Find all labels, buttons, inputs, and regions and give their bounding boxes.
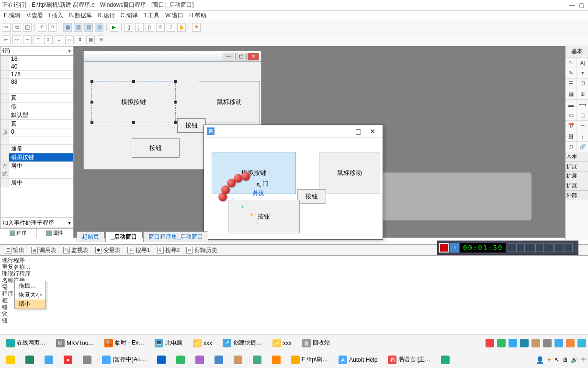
tool-edit-icon[interactable]: ✎	[565, 68, 577, 78]
left-tab-properties[interactable]: 属性	[37, 229, 74, 238]
property-row[interactable]: 假	[0, 103, 73, 111]
menu-compile[interactable]: C.编译	[118, 11, 141, 21]
tool-list-icon[interactable]: ☰	[565, 79, 577, 89]
menu-run[interactable]: R.运行	[95, 11, 118, 21]
snap-icon[interactable]: ⊞	[97, 35, 105, 44]
otab-calltable[interactable]: ⊞调用表	[28, 245, 59, 255]
tray-icon[interactable]	[520, 339, 529, 347]
rec-settings-icon[interactable]	[545, 243, 554, 252]
property-row[interactable]: 默认型	[0, 111, 73, 120]
step2-icon[interactable]: {↓	[135, 23, 144, 32]
rec-fullscreen-icon[interactable]	[554, 243, 563, 252]
output-area[interactable]: 现行程序重复名称…理现行程序名称连接…需程序柜错锁钮	[0, 256, 588, 314]
redo-icon[interactable]: ↷	[48, 23, 57, 32]
button-1[interactable]: 按钮	[177, 118, 206, 133]
taskbar-item[interactable]: 📁xxx	[189, 337, 216, 349]
step1-icon[interactable]: {}	[124, 23, 133, 32]
step4-icon[interactable]: ⟳	[156, 23, 165, 32]
grid-icon[interactable]: ▦	[86, 35, 95, 44]
taskbar-item[interactable]: MMKVToo…	[52, 337, 98, 349]
tray-icon[interactable]	[497, 339, 506, 347]
taskbar-item[interactable]	[191, 354, 208, 366]
same-width-icon[interactable]: ⬄	[65, 35, 74, 44]
menu-view[interactable]: V.查看	[23, 11, 45, 21]
taskbar-item[interactable]: 💻此电脑	[150, 337, 187, 349]
run-button-mousemove[interactable]: 鼠标移动	[319, 152, 380, 194]
button-simkey[interactable]: 模拟按键	[91, 81, 176, 123]
taskbar-item[interactable]: (暂停中)Au…	[98, 354, 151, 366]
property-row[interactable]: 方式居中	[0, 162, 73, 179]
tray-sound-icon[interactable]: 🔊	[571, 356, 578, 363]
property-row[interactable]: 88	[0, 79, 73, 86]
taskbar-item[interactable]: 🗑回收站	[298, 337, 334, 349]
tool-slider-icon[interactable]: ⟷	[577, 100, 588, 110]
align-right-icon[interactable]: ⇥	[23, 35, 32, 44]
button-2[interactable]: 按钮	[132, 138, 180, 158]
align-bottom-icon[interactable]: ⇣	[55, 35, 63, 44]
tray-monitor-icon[interactable]: 🖥	[562, 356, 568, 363]
left-tab-program[interactable]: 程序	[0, 229, 37, 238]
copy-icon[interactable]: ⧉	[12, 23, 21, 32]
tool-label-icon[interactable]: A|	[577, 58, 588, 68]
otab-output[interactable]: ☰输出	[2, 245, 27, 255]
tray-person-icon[interactable]: 👤	[536, 356, 544, 364]
undo-icon[interactable]: ↶	[38, 23, 46, 32]
property-row[interactable]: 通常	[0, 145, 73, 153]
property-row[interactable]: 16	[0, 56, 73, 63]
layout1-icon[interactable]: ▦	[63, 23, 72, 32]
otab-search2[interactable]: ⚲搜寻2	[154, 245, 183, 255]
taskbar-item[interactable]	[210, 354, 227, 366]
layout4-icon[interactable]: ▧	[95, 23, 103, 32]
taskbar-item[interactable]	[21, 354, 38, 366]
tool-progress-icon[interactable]: ▬	[565, 100, 577, 110]
taskbar-item[interactable]: 易易语言 [正…	[384, 354, 435, 366]
tool-link-icon[interactable]: 🔗	[577, 142, 588, 152]
property-row[interactable]: 真	[0, 94, 73, 103]
run-min-button[interactable]: —	[337, 127, 351, 135]
tab-start[interactable]: 起始页	[77, 231, 104, 242]
tab-startwindow[interactable]: _启动窗口	[105, 231, 142, 242]
run-max-button[interactable]: ▢	[351, 127, 365, 135]
taskbar-item[interactable]	[2, 354, 19, 366]
tray-icon[interactable]	[577, 339, 586, 347]
run-close-button[interactable]: ✕	[365, 127, 380, 135]
tool-tab-icon[interactable]: ▭	[565, 110, 577, 120]
property-row[interactable]: 真	[0, 120, 73, 128]
taskbar-item[interactable]	[229, 354, 247, 366]
tool-timer-icon[interactable]: ⏱	[565, 142, 577, 152]
paste-icon[interactable]: 📋	[23, 23, 32, 32]
stop-icon[interactable]: ✋	[177, 23, 186, 32]
menu-edit[interactable]: E.编辑	[1, 11, 23, 21]
menu-window[interactable]: W.窗口	[162, 11, 186, 21]
add-event-dropdown[interactable]: 加入事件处理子程序	[0, 218, 73, 228]
screen-recorder[interactable]: Ⅱ 00:01:59	[437, 241, 578, 255]
taskbar-item[interactable]: AAutoIt Help	[334, 354, 382, 366]
property-row[interactable]: 原0	[0, 128, 73, 137]
tool-table-icon[interactable]: ⊞	[577, 89, 588, 99]
otab-vars[interactable]: ✱变量表	[92, 245, 124, 255]
popup-shrink[interactable]: 缩小	[15, 299, 45, 309]
popup-drag[interactable]: 拖拽…	[15, 281, 45, 290]
property-row[interactable]: 模拟按键	[0, 153, 73, 162]
rec-monitor-icon[interactable]	[564, 243, 573, 252]
property-row[interactable]	[0, 137, 73, 145]
palette-section-basic[interactable]: 基本	[565, 152, 588, 162]
rec-audio-icon[interactable]	[507, 243, 515, 252]
tool-dropdown-icon[interactable]: ▾	[577, 68, 588, 78]
tab-windowset[interactable]: 窗口程序集_启动窗口	[143, 231, 209, 242]
tool-pointer-icon[interactable]: ↖	[565, 58, 577, 68]
taskbar-item[interactable]: ●	[59, 354, 77, 366]
object-selector[interactable]: 钮)	[0, 46, 73, 56]
property-row[interactable]: 居中	[0, 179, 73, 187]
property-row[interactable]	[0, 86, 73, 94]
running-window[interactable]: 易 — ▢ ✕ 模拟按键 鼠标移动 按钮 按钮 ↖ 门 外汉 ☆ ★ ● ○	[204, 125, 383, 240]
tool-check-icon[interactable]: ☑	[577, 79, 588, 89]
rec-tool-icon[interactable]	[535, 243, 544, 252]
taskbar-item[interactable]: E:\ftp\刷…	[287, 354, 332, 366]
pause-button[interactable]: Ⅱ	[450, 243, 459, 253]
align-left-icon[interactable]: ⇤	[2, 35, 11, 44]
rec-mic-icon[interactable]	[516, 243, 525, 252]
menu-insert[interactable]: I.插入	[46, 11, 67, 21]
tray-icon[interactable]	[566, 339, 575, 347]
taskbar-item[interactable]: 🌐在线网页…	[2, 337, 50, 349]
